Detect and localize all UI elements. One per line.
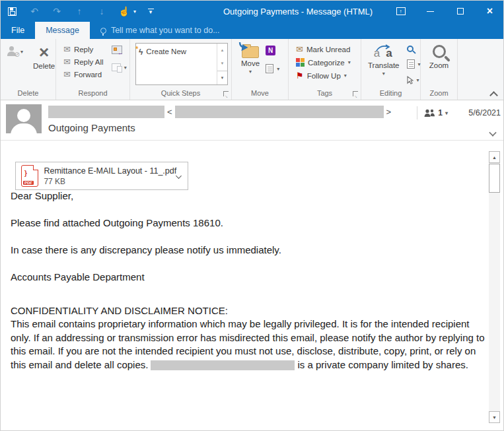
- more-move-actions-button[interactable]: ▾: [264, 63, 281, 75]
- message-header: < > Outgoing Payments 1 ▾ 5/6/2021: [1, 100, 504, 141]
- touch-mode-dropdown[interactable]: ▾: [130, 1, 139, 22]
- dialog-launcher-icon[interactable]: [223, 91, 229, 96]
- previous-item-button[interactable]: ↑: [68, 1, 90, 22]
- attachment-dropdown-icon[interactable]: [176, 174, 182, 178]
- customize-qat-button[interactable]: ▾: [139, 1, 162, 22]
- scroll-down-button[interactable]: ▼: [489, 411, 500, 423]
- junk-icon: ⊘: [7, 46, 17, 57]
- reply-all-icon: ✉: [63, 58, 71, 66]
- delete-button[interactable]: × Delete: [29, 42, 59, 71]
- attachment-card[interactable]: } PDF Remittance E-MAIL Layout - 11_.pdf…: [15, 162, 188, 190]
- zoom-label: Zoom: [429, 61, 449, 69]
- scrollbar-thumb[interactable]: [489, 164, 500, 193]
- ribbon-group-move: Move ▾ N ▾ Move: [232, 39, 289, 100]
- divider: [417, 106, 417, 119]
- next-item-button[interactable]: ↓: [90, 1, 113, 22]
- window-controls: ↑ ×: [386, 1, 504, 22]
- save-button[interactable]: [1, 1, 23, 22]
- translate-button[interactable]: a a Translate ▾: [364, 42, 404, 78]
- from-line: < >: [48, 106, 391, 118]
- reply-all-button[interactable]: ✉ Reply All: [61, 57, 106, 67]
- scroll-up-icon: ▲: [492, 155, 497, 160]
- onenote-button[interactable]: N: [264, 44, 281, 57]
- translate-label: Translate: [368, 61, 400, 69]
- header-right: 1 ▾ 5/6/2021: [417, 106, 501, 119]
- actions-doc-icon: [266, 64, 273, 73]
- quick-steps-gallery: ϟ Create New ▲ ▼ ▼: [135, 43, 228, 85]
- tell-me-box[interactable]: Tell me what you want to do...: [100, 22, 220, 39]
- create-new-quick-step[interactable]: ϟ Create New: [136, 44, 217, 84]
- maximize-button[interactable]: [445, 1, 475, 22]
- body-signature: Accounts Payable Department: [11, 271, 487, 284]
- move-folder-icon: [242, 46, 259, 58]
- disclaimer-after: is a private company limited by shares.: [297, 359, 468, 370]
- pdf-file-icon: } PDF: [21, 165, 38, 187]
- group-label-quick-steps: Quick Steps: [130, 86, 231, 100]
- message-date: 5/6/2021: [454, 108, 501, 117]
- junk-button[interactable]: ⊘ ▾: [5, 45, 25, 58]
- reply-button[interactable]: ✉ Reply: [61, 44, 106, 55]
- related-icon: [407, 59, 415, 69]
- gallery-scroll: ▲ ▼ ▼: [217, 44, 227, 84]
- caret-down-icon: ▾: [277, 66, 279, 72]
- tab-file[interactable]: File: [1, 22, 35, 39]
- undo-button[interactable]: ↶: [23, 1, 46, 22]
- more-respond-actions-button[interactable]: ▾: [110, 62, 129, 73]
- categorize-button[interactable]: Categorize ▾: [294, 57, 353, 68]
- redo-button[interactable]: ↷: [46, 1, 68, 22]
- gallery-scroll-down[interactable]: ▼: [217, 57, 227, 70]
- expand-header-chevron-icon[interactable]: [489, 129, 497, 135]
- move-button[interactable]: Move ▾: [237, 42, 264, 76]
- delete-x-icon: ×: [39, 44, 49, 61]
- im-icon: [112, 63, 121, 71]
- gallery-scroll-up[interactable]: ▲: [217, 44, 227, 57]
- collapse-ribbon-icon[interactable]: [491, 90, 497, 96]
- mark-unread-button[interactable]: ✉ Mark Unread: [294, 44, 353, 55]
- categorize-label: Categorize: [308, 59, 345, 67]
- quick-access-toolbar: ↶ ↷ ↑ ↓ ☝ ▾ ▾: [1, 1, 162, 22]
- zoom-icon: [433, 45, 446, 58]
- caret-down-icon: ▾: [124, 65, 127, 71]
- minimize-button[interactable]: [415, 1, 445, 22]
- follow-up-button[interactable]: ⚑ Follow Up ▾: [294, 70, 353, 81]
- caret-down-icon: ▾: [348, 59, 351, 65]
- subject-line: Outgoing Payments: [48, 122, 135, 133]
- delete-button-label: Delete: [33, 62, 55, 70]
- scroll-up-button[interactable]: ▲: [489, 151, 500, 163]
- forward-button[interactable]: ✉ Forward: [61, 69, 106, 80]
- find-button[interactable]: [405, 44, 423, 53]
- caret-down-icon: ▾: [344, 73, 347, 79]
- touch-mode-icon: ☝: [118, 6, 129, 17]
- body-line1: Please find attached Outgoing Payments 1…: [11, 216, 487, 230]
- message-body: Dear Supplier, Please find attached Outg…: [11, 189, 487, 372]
- company-name-redacted: [151, 360, 295, 370]
- attachment-meta: Remittance E-MAIL Layout - 11_.pdf 77 KB: [44, 166, 176, 186]
- recipient-count-button[interactable]: 1 ▾: [424, 108, 448, 117]
- meeting-icon: ←: [112, 46, 122, 54]
- save-icon: [8, 7, 17, 16]
- meeting-button[interactable]: ←: [110, 44, 129, 55]
- gallery-more-button[interactable]: ▼: [217, 71, 227, 84]
- minimize-icon: [427, 11, 434, 12]
- ribbon-tab-row: File Message Tell me what you want to do…: [1, 22, 504, 39]
- dialog-launcher-icon[interactable]: [353, 91, 358, 96]
- tab-message[interactable]: Message: [35, 22, 90, 39]
- ribbon-display-options-icon: ↑: [396, 7, 406, 15]
- related-button[interactable]: ▾: [405, 58, 423, 70]
- group-label-move: Move: [232, 86, 288, 100]
- find-icon: [407, 46, 414, 52]
- disclaimer-text: This email contains proprietary informat…: [11, 317, 487, 372]
- caret-down-icon: ▾: [382, 71, 385, 77]
- select-button[interactable]: ▾: [405, 75, 423, 86]
- reading-pane: } PDF Remittance E-MAIL Layout - 11_.pdf…: [1, 141, 504, 431]
- mark-unread-label: Mark Unread: [306, 46, 350, 53]
- create-new-label: Create New: [146, 48, 186, 55]
- ribbon-display-options-button[interactable]: ↑: [386, 1, 415, 22]
- zoom-button[interactable]: Zoom: [425, 42, 452, 71]
- close-button[interactable]: ×: [475, 1, 504, 22]
- sender-avatar[interactable]: [6, 104, 42, 133]
- vertical-scrollbar[interactable]: ▲ ▼: [489, 151, 500, 423]
- onenote-icon: N: [266, 46, 275, 55]
- flag-icon: ⚑: [296, 71, 304, 80]
- attachment-size: 77 KB: [44, 177, 176, 186]
